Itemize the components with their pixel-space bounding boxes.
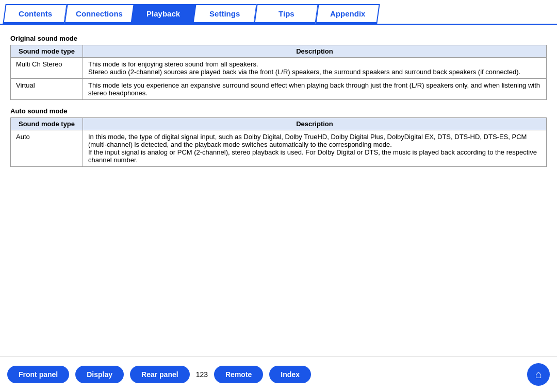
tab-tips[interactable]: Tips [254,4,318,24]
table-row: AutoIn this mode, the type of digital si… [11,130,547,167]
sound-mode-description: In this mode, the type of digital signal… [83,130,547,167]
sound-mode-type: Multi Ch Stereo [11,58,83,79]
tab-playback[interactable]: Playback [131,4,195,24]
front-panel-button[interactable]: Front panel [7,366,69,383]
original-sound-mode-title: Original sound mode [10,35,547,42]
tab-connections[interactable]: Connections [64,4,134,24]
tab-contents[interactable]: Contents [3,4,67,24]
main-content: Original sound mode Sound mode type Desc… [0,25,557,176]
auto-sound-mode-title: Auto sound mode [10,107,547,115]
page-number: 123 [196,370,208,379]
bottom-navigation: Front panel Display Rear panel 123 Remot… [0,356,557,392]
tab-settings[interactable]: Settings [192,4,257,24]
auto-sound-mode-table: Sound mode type Description AutoIn this … [10,117,547,167]
sound-mode-description: This mode is for enjoying stereo sound f… [83,58,547,79]
sound-mode-description: This mode lets you experience an expansi… [83,79,547,100]
original-sound-mode-table: Sound mode type Description Multi Ch Ste… [10,45,547,100]
table-row: VirtualThis mode lets you experience an … [11,79,547,100]
sound-mode-type: Auto [11,130,83,167]
auto-col-type: Sound mode type [11,118,83,130]
sound-mode-type: Virtual [11,79,83,100]
remote-button[interactable]: Remote [214,366,263,383]
display-button[interactable]: Display [75,366,124,383]
home-button[interactable]: ⌂ [527,363,550,386]
tab-appendix[interactable]: Appendix [315,4,380,24]
index-button[interactable]: Index [269,366,311,383]
original-col-desc: Description [83,45,547,58]
rear-panel-button[interactable]: Rear panel [130,366,190,383]
original-col-type: Sound mode type [11,45,83,58]
table-row: Multi Ch StereoThis mode is for enjoying… [11,58,547,79]
top-navigation: Contents Connections Playback Settings T… [0,0,557,25]
home-icon: ⌂ [535,368,542,381]
auto-col-desc: Description [83,118,547,130]
